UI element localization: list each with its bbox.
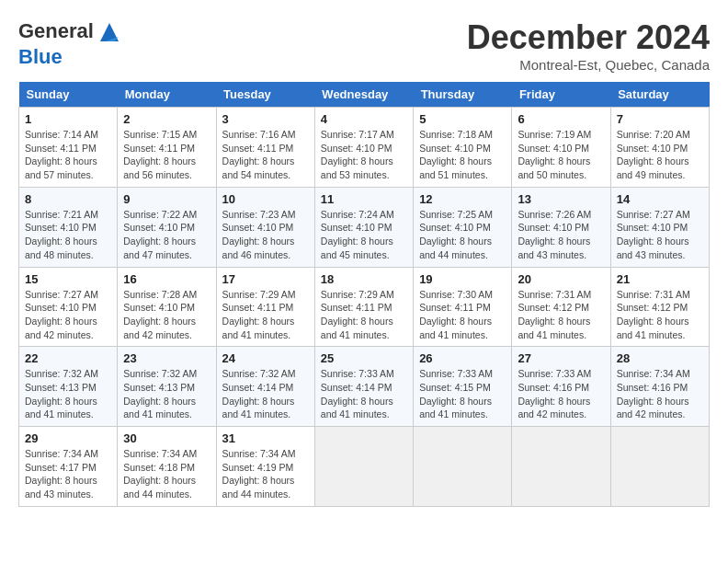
day-number: 8 [25,192,111,206]
calendar-week-5: 29 Sunrise: 7:34 AMSunset: 4:17 PMDaylig… [19,427,710,507]
day-number: 22 [25,351,111,365]
weekday-header-wednesday: Wednesday [314,82,413,108]
logo-blue: Blue [18,45,63,68]
calendar-cell: 8 Sunrise: 7:21 AMSunset: 4:10 PMDayligh… [19,187,118,267]
day-info: Sunrise: 7:34 AMSunset: 4:18 PMDaylight:… [123,447,210,501]
day-number: 9 [123,192,210,206]
day-number: 19 [419,272,506,286]
day-info: Sunrise: 7:32 AMSunset: 4:14 PMDaylight:… [222,367,309,421]
day-info: Sunrise: 7:27 AMSunset: 4:10 PMDaylight:… [25,288,111,342]
day-info: Sunrise: 7:32 AMSunset: 4:13 PMDaylight:… [123,367,210,421]
day-number: 24 [222,351,309,365]
day-info: Sunrise: 7:31 AMSunset: 4:12 PMDaylight:… [518,288,604,342]
day-number: 12 [419,192,506,206]
day-number: 29 [25,431,111,445]
day-number: 4 [321,112,407,126]
day-info: Sunrise: 7:20 AMSunset: 4:10 PMDaylight:… [617,128,703,182]
calendar-cell: 18 Sunrise: 7:29 AMSunset: 4:11 PMDaylig… [314,267,413,347]
day-info: Sunrise: 7:33 AMSunset: 4:14 PMDaylight:… [321,367,407,421]
day-info: Sunrise: 7:21 AMSunset: 4:10 PMDaylight:… [25,208,111,262]
day-number: 2 [123,112,210,126]
page-header: General Blue December 2024 Montreal-Est,… [18,18,710,73]
day-info: Sunrise: 7:24 AMSunset: 4:10 PMDaylight:… [321,208,407,262]
calendar-cell: 26 Sunrise: 7:33 AMSunset: 4:15 PMDaylig… [414,347,512,427]
logo-text: General Blue [18,18,123,68]
calendar-cell: 9 Sunrise: 7:22 AMSunset: 4:10 PMDayligh… [118,187,216,267]
weekday-header-monday: Monday [118,82,216,108]
weekday-header-sunday: Sunday [19,82,118,108]
day-number: 18 [321,272,407,286]
calendar-cell: 28 Sunrise: 7:34 AMSunset: 4:16 PMDaylig… [610,347,709,427]
calendar-week-4: 22 Sunrise: 7:32 AMSunset: 4:13 PMDaylig… [19,347,710,427]
day-info: Sunrise: 7:34 AMSunset: 4:16 PMDaylight:… [617,367,703,421]
calendar-cell: 6 Sunrise: 7:19 AMSunset: 4:10 PMDayligh… [512,108,610,188]
day-info: Sunrise: 7:28 AMSunset: 4:10 PMDaylight:… [123,288,210,342]
calendar-cell: 24 Sunrise: 7:32 AMSunset: 4:14 PMDaylig… [216,347,314,427]
calendar-cell: 13 Sunrise: 7:26 AMSunset: 4:10 PMDaylig… [512,187,610,267]
day-info: Sunrise: 7:25 AMSunset: 4:10 PMDaylight:… [419,208,506,262]
day-info: Sunrise: 7:23 AMSunset: 4:10 PMDaylight:… [222,208,309,262]
calendar-cell: 27 Sunrise: 7:33 AMSunset: 4:16 PMDaylig… [512,347,610,427]
calendar-cell: 14 Sunrise: 7:27 AMSunset: 4:10 PMDaylig… [610,187,709,267]
calendar-cell: 10 Sunrise: 7:23 AMSunset: 4:10 PMDaylig… [216,187,314,267]
weekday-header-friday: Friday [512,82,610,108]
day-number: 1 [25,112,111,126]
day-info: Sunrise: 7:17 AMSunset: 4:10 PMDaylight:… [321,128,407,182]
day-number: 31 [222,431,309,445]
day-info: Sunrise: 7:33 AMSunset: 4:16 PMDaylight:… [518,367,604,421]
day-number: 28 [617,351,703,365]
calendar-cell: 11 Sunrise: 7:24 AMSunset: 4:10 PMDaylig… [314,187,413,267]
day-number: 23 [123,351,210,365]
calendar-cell: 5 Sunrise: 7:18 AMSunset: 4:10 PMDayligh… [414,108,512,188]
day-info: Sunrise: 7:33 AMSunset: 4:15 PMDaylight:… [419,367,506,421]
day-info: Sunrise: 7:30 AMSunset: 4:11 PMDaylight:… [419,288,506,342]
calendar-cell: 29 Sunrise: 7:34 AMSunset: 4:17 PMDaylig… [19,427,118,507]
day-number: 11 [321,192,407,206]
day-info: Sunrise: 7:16 AMSunset: 4:11 PMDaylight:… [222,128,309,182]
day-number: 13 [518,192,604,206]
calendar-cell: 1 Sunrise: 7:14 AMSunset: 4:11 PMDayligh… [19,108,118,188]
calendar-cell: 2 Sunrise: 7:15 AMSunset: 4:11 PMDayligh… [118,108,216,188]
day-number: 7 [617,112,703,126]
day-number: 20 [518,272,604,286]
calendar-cell: 3 Sunrise: 7:16 AMSunset: 4:11 PMDayligh… [216,108,314,188]
day-info: Sunrise: 7:26 AMSunset: 4:10 PMDaylight:… [518,208,604,262]
day-info: Sunrise: 7:15 AMSunset: 4:11 PMDaylight:… [123,128,210,182]
logo-general: General [18,19,94,42]
day-info: Sunrise: 7:34 AMSunset: 4:17 PMDaylight:… [25,447,111,501]
day-number: 10 [222,192,309,206]
logo-icon [96,18,123,46]
day-number: 3 [222,112,309,126]
calendar-cell [314,427,413,507]
calendar-week-1: 1 Sunrise: 7:14 AMSunset: 4:11 PMDayligh… [19,108,710,188]
day-info: Sunrise: 7:29 AMSunset: 4:11 PMDaylight:… [321,288,407,342]
day-info: Sunrise: 7:27 AMSunset: 4:10 PMDaylight:… [617,208,703,262]
day-number: 17 [222,272,309,286]
day-info: Sunrise: 7:14 AMSunset: 4:11 PMDaylight:… [25,128,111,182]
day-info: Sunrise: 7:18 AMSunset: 4:10 PMDaylight:… [419,128,506,182]
calendar-cell: 22 Sunrise: 7:32 AMSunset: 4:13 PMDaylig… [19,347,118,427]
weekday-header-row: SundayMondayTuesdayWednesdayThursdayFrid… [19,82,710,108]
calendar-cell: 12 Sunrise: 7:25 AMSunset: 4:10 PMDaylig… [414,187,512,267]
title-block: December 2024 Montreal-Est, Quebec, Cana… [467,18,710,73]
day-number: 26 [419,351,506,365]
weekday-header-saturday: Saturday [610,82,709,108]
calendar-week-3: 15 Sunrise: 7:27 AMSunset: 4:10 PMDaylig… [19,267,710,347]
logo: General Blue [18,18,123,68]
calendar-header: SundayMondayTuesdayWednesdayThursdayFrid… [19,82,710,108]
calendar-cell: 4 Sunrise: 7:17 AMSunset: 4:10 PMDayligh… [314,108,413,188]
day-number: 30 [123,431,210,445]
day-info: Sunrise: 7:22 AMSunset: 4:10 PMDaylight:… [123,208,210,262]
day-info: Sunrise: 7:34 AMSunset: 4:19 PMDaylight:… [222,447,309,501]
calendar-cell: 21 Sunrise: 7:31 AMSunset: 4:12 PMDaylig… [610,267,709,347]
weekday-header-tuesday: Tuesday [216,82,314,108]
calendar-cell: 20 Sunrise: 7:31 AMSunset: 4:12 PMDaylig… [512,267,610,347]
calendar-cell: 25 Sunrise: 7:33 AMSunset: 4:14 PMDaylig… [314,347,413,427]
calendar-cell [610,427,709,507]
day-number: 27 [518,351,604,365]
day-number: 25 [321,351,407,365]
calendar-cell: 15 Sunrise: 7:27 AMSunset: 4:10 PMDaylig… [19,267,118,347]
calendar-cell: 17 Sunrise: 7:29 AMSunset: 4:11 PMDaylig… [216,267,314,347]
calendar-body: 1 Sunrise: 7:14 AMSunset: 4:11 PMDayligh… [19,108,710,507]
day-info: Sunrise: 7:29 AMSunset: 4:11 PMDaylight:… [222,288,309,342]
